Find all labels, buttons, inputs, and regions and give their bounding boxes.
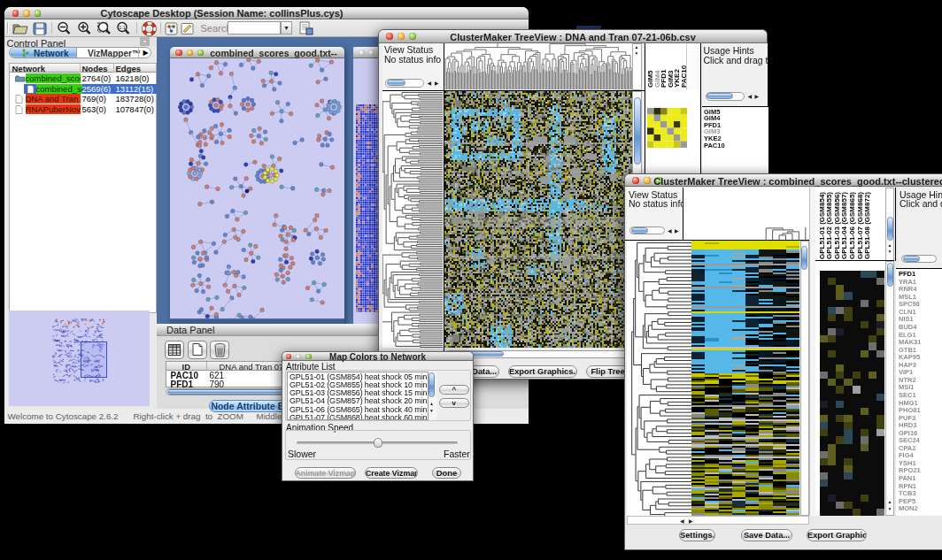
svg-text:1:1: 1:1 — [119, 25, 126, 30]
